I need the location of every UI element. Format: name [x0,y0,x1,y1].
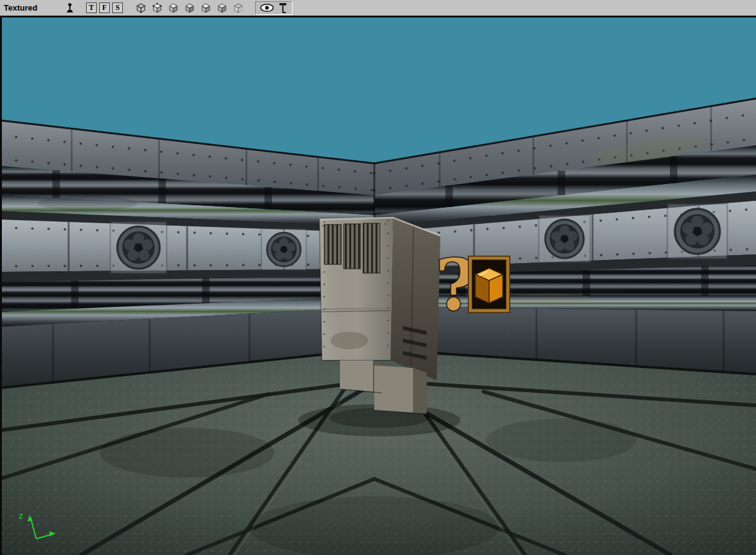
cube-textured-icon[interactable] [198,1,213,15]
eye-icon-glyph [259,3,274,12]
cube-lit-glyph [216,2,228,14]
f-label: F [102,3,107,12]
cube-flat-icon[interactable] [166,1,181,15]
joystick-icon[interactable] [64,1,75,15]
render-mode-cube-group [133,1,246,15]
cube-flat-glyph [167,2,180,14]
toolbar-button-t[interactable]: T [86,2,97,13]
cube-lit-icon[interactable] [215,1,230,15]
wall-rosette-vent [110,221,167,274]
3d-viewport[interactable]: ? z [0,16,756,555]
left-wall [0,120,374,388]
cube-backface-icon[interactable] [231,1,246,15]
t-label: T [89,3,94,12]
pin-icon[interactable] [277,2,289,14]
level-editor-window: Textured T F S [0,0,756,555]
cube-shaded-glyph [183,2,196,14]
cube-wireframe-glyph [135,2,147,14]
scene: ? z [0,16,756,555]
cube-shaded-icon[interactable] [182,1,197,15]
letter-button-group: T F S [85,2,124,13]
wall-rosette-vent [539,215,590,263]
cube-points-icon[interactable] [150,1,165,15]
cube-textured-glyph [200,2,212,14]
viewport-left-edge [0,16,2,555]
toolbar-button-f[interactable]: F [99,2,110,13]
viewport-top-edge [0,16,756,17]
wall-rosette-vent [667,204,727,259]
cube-backface-glyph [232,2,245,14]
viewport-toolbar: Textured T F S [0,0,756,16]
entity-tool-group [64,1,76,15]
view-toggle-group [255,1,293,15]
joystick-icon-glyph [65,2,74,14]
wall-rosette-vent [261,229,306,271]
pin-icon-glyph [278,2,288,14]
cube-wireframe-icon[interactable] [133,1,148,15]
cube-points-glyph [151,2,163,14]
axis-z-label: z [19,511,23,521]
eye-icon[interactable] [258,2,276,14]
entity-cube-glyph [475,268,503,303]
toolbar-button-s[interactable]: S [112,2,123,13]
s-label: S [115,3,120,12]
viewport-mode-label: Textured [4,3,64,12]
